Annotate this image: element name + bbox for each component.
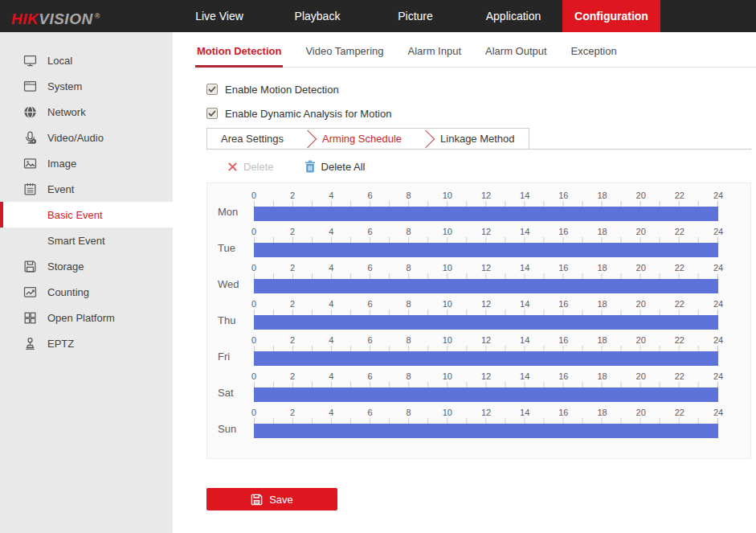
sidebar-item[interactable]: Basic Event [0, 202, 173, 228]
top-nav-label: Picture [398, 10, 433, 23]
day-label: Tue [207, 242, 254, 263]
sidebar-item[interactable]: Image [0, 150, 173, 176]
top-nav-label: Application [486, 10, 541, 23]
schedule-bar-track[interactable] [254, 279, 718, 293]
schedule-bar[interactable] [254, 279, 718, 293]
hour-label: 20 [636, 299, 646, 309]
checkbox-row[interactable]: Enable Motion Detection [206, 81, 751, 97]
schedule-step-tab[interactable]: Linkage Method [415, 129, 529, 149]
sidebar-item[interactable]: Storage [0, 253, 173, 279]
sidebar-item-label: Event [47, 183, 74, 195]
hour-label: 8 [407, 371, 411, 381]
schedule-bar[interactable] [254, 387, 718, 402]
event-type-tabs: Motion Detection Video Tampering Alarm I… [195, 45, 756, 68]
hour-label: 10 [443, 299, 452, 309]
hour-ruler[interactable] [254, 273, 718, 279]
hour-label: 8 [407, 227, 411, 236]
sidebar-item[interactable]: Network [0, 99, 173, 125]
hour-labels: 0 2 4 6 8 10 1 [254, 335, 718, 346]
hour-ruler[interactable] [254, 418, 718, 424]
schedule-step-tabs: Area Settings Arming Schedule Linkage Me… [206, 128, 529, 149]
event-type-tab[interactable]: Alarm Output [484, 45, 549, 67]
hour-label: 14 [520, 408, 529, 417]
hour-label: 20 [636, 191, 646, 200]
sidebar-item[interactable]: System [0, 73, 173, 99]
chevron-right-icon [299, 129, 317, 148]
checkbox[interactable] [206, 108, 218, 119]
event-type-tab[interactable]: Motion Detection [195, 45, 283, 67]
top-nav-item[interactable]: Configuration [562, 0, 660, 32]
hour-label: 16 [558, 227, 568, 236]
day-timeline[interactable]: 0 2 4 6 8 10 1 [254, 191, 718, 227]
step-tab-label: Linkage Method [440, 133, 515, 145]
hikvision-logo: HIKVISION® [11, 0, 100, 32]
hour-label: 6 [367, 408, 372, 417]
save-button[interactable]: Save [206, 488, 337, 510]
schedule-bar[interactable] [254, 351, 718, 366]
sidebar-item[interactable]: Video/Audio [0, 125, 173, 150]
hour-label: 2 [290, 227, 295, 236]
event-type-tab[interactable]: Alarm Input [407, 45, 463, 67]
hour-label: 10 [443, 335, 452, 345]
sidebar-item-label: Basic Event [47, 209, 103, 221]
schedule-step-tab[interactable]: Arming Schedule [297, 129, 415, 149]
sidebar-item[interactable]: Local [0, 47, 173, 73]
sidebar-item[interactable]: Event [0, 176, 173, 202]
top-nav-item[interactable]: Application [464, 0, 562, 32]
hour-label: 16 [558, 371, 568, 381]
step-tab-label: Arming Schedule [322, 133, 402, 145]
hour-label: 16 [558, 335, 568, 345]
checkbox-row[interactable]: Enable Dynamic Analysis for Motion [206, 105, 751, 121]
schedule-bar[interactable] [254, 315, 718, 330]
hour-label: 12 [481, 263, 491, 273]
delete-button[interactable]: Delete [227, 161, 274, 173]
day-timeline[interactable]: 0 2 4 6 8 10 1 [254, 227, 718, 263]
hour-label: 18 [597, 408, 607, 417]
schedule-bar-track[interactable] [254, 243, 718, 257]
open-platform-icon [22, 310, 38, 326]
hour-label: 24 [713, 408, 723, 417]
schedule-bar-track[interactable] [254, 424, 718, 438]
hour-ruler[interactable] [254, 201, 718, 207]
schedule-bar[interactable] [254, 207, 718, 221]
hour-ruler[interactable] [254, 237, 718, 243]
hour-ruler[interactable] [254, 382, 718, 387]
hour-ruler[interactable] [254, 346, 718, 351]
day-timeline[interactable]: 0 2 4 6 8 10 1 [254, 299, 718, 335]
top-nav-item[interactable]: Live View [170, 0, 268, 32]
day-timeline[interactable]: 0 2 4 6 8 10 1 [254, 408, 718, 444]
event-type-tab[interactable]: Exception [570, 45, 619, 67]
tab-content: Enable Motion Detection Enable Dynamic A… [206, 81, 751, 510]
top-nav-item[interactable]: Playback [268, 0, 366, 32]
schedule-bar-track[interactable] [254, 351, 718, 366]
schedule-toolbar: Delete Delete All [206, 158, 751, 174]
day-timeline[interactable]: 0 2 4 6 8 10 1 [254, 371, 718, 408]
hour-ruler[interactable] [254, 310, 718, 315]
hour-label: 8 [407, 299, 411, 309]
hour-label: 22 [675, 263, 684, 273]
schedule-bar-track[interactable] [254, 207, 718, 221]
hour-label: 18 [597, 191, 607, 200]
sidebar-item[interactable]: EPTZ [0, 330, 173, 356]
schedule-bar[interactable] [254, 243, 718, 257]
sidebar-item[interactable]: Counting [0, 279, 173, 305]
event-type-tab[interactable]: Video Tampering [304, 45, 385, 67]
hour-label: 22 [675, 408, 684, 417]
top-nav-item[interactable]: Picture [366, 0, 464, 32]
schedule-bar-track[interactable] [254, 387, 718, 402]
day-timeline[interactable]: 0 2 4 6 8 10 1 [254, 263, 718, 299]
delete-all-button[interactable]: Delete All [304, 160, 366, 173]
sidebar-item-label: Image [47, 158, 76, 170]
top-nav-label: Configuration [574, 10, 648, 23]
hour-label: 16 [558, 191, 568, 200]
day-timeline[interactable]: 0 2 4 6 8 10 1 [254, 335, 718, 371]
sidebar-item[interactable]: Open Platform [0, 305, 173, 330]
hour-label: 12 [481, 408, 491, 417]
checkbox[interactable] [206, 84, 218, 95]
hour-label: 20 [636, 263, 646, 273]
schedule-bar-track[interactable] [254, 315, 718, 330]
top-nav-label: Live View [195, 10, 243, 23]
schedule-bar[interactable] [254, 424, 718, 438]
schedule-step-tab[interactable]: Area Settings [207, 129, 297, 149]
sidebar-item[interactable]: Smart Event [0, 228, 173, 253]
